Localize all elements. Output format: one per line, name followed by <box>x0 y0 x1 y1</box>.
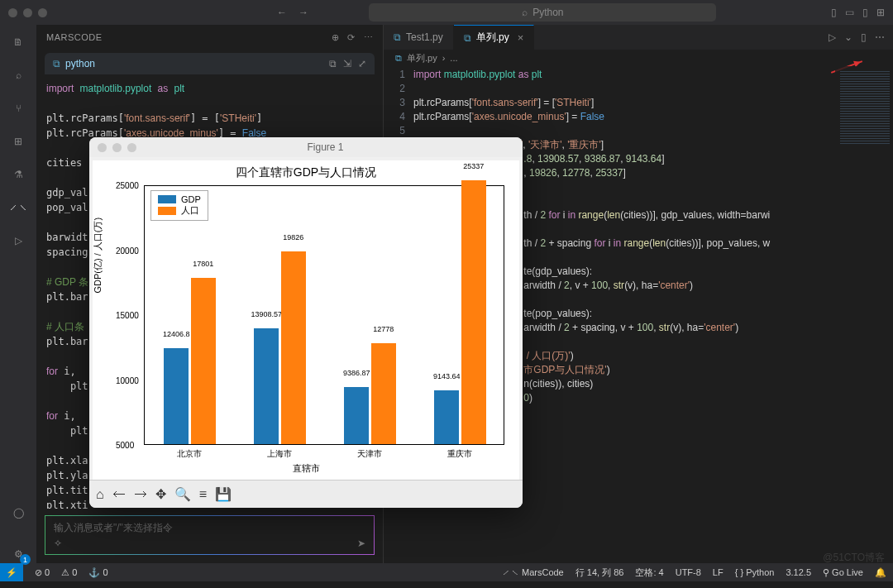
legend-gdp: GDP <box>181 194 201 204</box>
python-snippet-tab[interactable]: ⧉ python ⧉ ⇲ ⤢ <box>45 53 375 74</box>
refresh-icon[interactable]: ⟳ <box>347 32 356 43</box>
python-icon: ⧉ <box>395 53 402 64</box>
expand-icon[interactable]: ⤢ <box>358 58 366 69</box>
status-marscode[interactable]: ⟋⟍ MarsCode <box>501 567 564 577</box>
copy-icon[interactable]: ⧉ <box>329 58 337 69</box>
search-placeholder: Python <box>532 7 563 18</box>
search-activity-icon[interactable]: ⌕ <box>9 66 27 84</box>
y-axis-label: GDP(亿) / 人口(万) <box>92 218 104 294</box>
chart-legend: GDP 人口 <box>150 190 208 221</box>
status-lang[interactable]: { } Python <box>735 567 775 577</box>
breadcrumb[interactable]: ⧉ 单列.py › ... <box>384 50 893 66</box>
chevron-right-icon: › <box>442 53 446 63</box>
status-golive[interactable]: ⚲ Go Live <box>823 567 863 578</box>
mpl-save-icon[interactable]: 💾 <box>215 486 232 502</box>
plot-area: 四个直辖市GDP与人口情况 GDP(亿) / 人口(万) 12406.81780… <box>93 160 519 480</box>
figure-window-title: Figure 1 <box>136 141 514 153</box>
x-axis-label: 直辖市 <box>93 462 519 475</box>
loading-icon: ✧ <box>54 538 62 549</box>
watermark: @51CTO博客 <box>823 551 885 565</box>
titlebar: ← → ⌕ Python ▯ ▭ ▯ ⊞ <box>0 0 893 25</box>
status-python[interactable]: 3.12.5 <box>786 567 811 577</box>
marscode-header: MARSCODE ⊕ ⟳ ⋯ <box>36 25 383 50</box>
remote-icon[interactable]: ⚡ <box>0 563 23 581</box>
extensions-icon[interactable]: ⊞ <box>9 132 27 151</box>
layout-primary-icon[interactable]: ▯ <box>831 7 837 18</box>
status-encoding[interactable]: UTF-8 <box>676 567 701 577</box>
mpl-pan-icon[interactable]: ✥ <box>155 486 166 502</box>
python-tab-label: python <box>65 58 95 69</box>
status-cursor[interactable]: 行 14, 列 86 <box>575 566 624 579</box>
activity-bar: 🗎 ⌕ ⑂ ⊞ ⚗ ⟋⟍ ▷ ◯ ⚙ <box>0 25 36 563</box>
matplotlib-toolbar: ⌂ 🡐 🡒 ✥ 🔍 ≡ 💾 <box>89 480 523 508</box>
python-icon: ⧉ <box>53 58 60 69</box>
nav-arrows[interactable]: ← → <box>277 7 308 18</box>
account-icon[interactable]: ◯ <box>9 504 27 522</box>
figure-window-controls[interactable] <box>98 143 136 152</box>
chat-input[interactable]: 输入消息或者"/"来选择指令 ✧➤ <box>45 515 375 555</box>
layout-panel-icon[interactable]: ▭ <box>845 7 854 18</box>
insert-icon[interactable]: ⇲ <box>343 58 351 69</box>
send-icon[interactable]: ➤ <box>357 538 365 549</box>
mpl-configure-icon[interactable]: ≡ <box>199 487 207 502</box>
figure-titlebar[interactable]: Figure 1 <box>89 137 523 157</box>
status-bar: ⚡ ⊘ 0 ⚠ 0 ⚓ 0 ⟋⟍ MarsCode 行 14, 列 86 空格:… <box>0 563 893 581</box>
window-controls[interactable] <box>8 8 47 17</box>
tab-danlie[interactable]: ⧉单列.py× <box>454 25 535 50</box>
layout-grid-icon[interactable]: ⊞ <box>876 7 885 18</box>
status-warnings[interactable]: ⚠ 0 <box>61 567 77 578</box>
chat-placeholder: 输入消息或者"/"来选择指令 <box>54 521 365 535</box>
status-errors[interactable]: ⊘ 0 <box>35 567 50 578</box>
settings-icon[interactable]: ⚙ <box>9 545 27 563</box>
run-icon[interactable]: ▷ <box>829 31 836 43</box>
crumb-more[interactable]: ... <box>450 53 457 63</box>
tab-label: 单列.py <box>476 31 509 45</box>
add-icon[interactable]: ⊕ <box>332 32 340 43</box>
mpl-forward-icon[interactable]: 🡒 <box>134 487 147 502</box>
minimap[interactable] <box>835 66 893 563</box>
split-icon[interactable]: ▯ <box>861 31 867 43</box>
mpl-home-icon[interactable]: ⌂ <box>96 487 104 502</box>
chart-axes: 12406.81780113908.57198269386.8712778914… <box>144 185 504 445</box>
tab-test1[interactable]: ⧉Test1.py <box>384 25 454 50</box>
chevron-down-icon[interactable]: ⌄ <box>844 31 852 43</box>
explorer-icon[interactable]: 🗎 <box>9 33 27 51</box>
status-bell-icon[interactable]: 🔔 <box>875 567 886 578</box>
more-icon[interactable]: ⋯ <box>364 32 374 43</box>
layout-secondary-icon[interactable]: ▯ <box>862 7 868 18</box>
run-debug-icon[interactable]: ▷ <box>9 232 27 250</box>
chart-title: 四个直辖市GDP与人口情况 <box>93 160 519 180</box>
matplotlib-figure-window[interactable]: Figure 1 四个直辖市GDP与人口情况 GDP(亿) / 人口(万) 12… <box>89 137 523 508</box>
more-icon[interactable]: ⋯ <box>875 31 885 43</box>
status-spaces[interactable]: 空格: 4 <box>635 566 663 579</box>
python-icon: ⧉ <box>394 31 401 43</box>
status-eol[interactable]: LF <box>713 567 723 577</box>
back-icon[interactable]: ← <box>277 7 287 18</box>
marscode-title: MARSCODE <box>46 32 103 42</box>
marscode-icon[interactable]: ⟋⟍ <box>9 198 27 217</box>
testing-icon[interactable]: ⚗ <box>9 165 27 184</box>
search-icon: ⌕ <box>522 7 528 18</box>
status-ports[interactable]: ⚓ 0 <box>88 567 107 578</box>
forward-icon[interactable]: → <box>298 7 308 18</box>
crumb-file[interactable]: 单列.py <box>407 52 437 65</box>
editor-tabs: ⧉Test1.py ⧉单列.py× ▷ ⌄ ▯ ⋯ <box>384 25 893 50</box>
tab-label: Test1.py <box>406 31 443 43</box>
close-icon[interactable]: × <box>518 31 524 44</box>
mpl-back-icon[interactable]: 🡐 <box>112 487 126 502</box>
python-icon: ⧉ <box>464 32 471 44</box>
source-control-icon[interactable]: ⑂ <box>9 99 27 117</box>
legend-pop: 人口 <box>181 204 199 217</box>
command-search[interactable]: ⌕ Python <box>369 3 716 22</box>
mpl-zoom-icon[interactable]: 🔍 <box>174 486 191 502</box>
